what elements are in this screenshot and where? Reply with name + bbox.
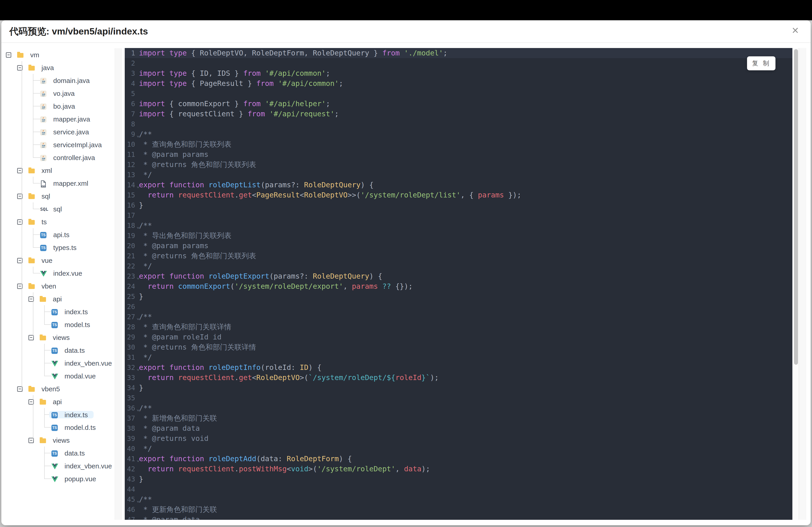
tree-node-label: model.d.ts (64, 424, 96, 431)
code-editor[interactable]: 1import type { RoleDeptVO, RoleDeptForm,… (125, 48, 792, 520)
tree-node-vm[interactable]: vm (1, 48, 39, 61)
tree-indent-guide (33, 395, 33, 440)
tree-node-serviceImpl-java[interactable]: serviceImpl.java (1, 138, 102, 151)
folder-icon (28, 258, 35, 263)
fold-chevron-icon[interactable]: ⌄ (136, 130, 140, 140)
code-line: 24 return commonExport('/system/roleDept… (125, 281, 792, 291)
code-line: 12 * @returns 角色和部门关联列表 (125, 160, 792, 170)
line-number: 27 (125, 312, 135, 322)
line-number: 43 (125, 474, 135, 484)
fold-chevron-icon[interactable]: ⌄ (136, 495, 140, 506)
tree-node-api-ts[interactable]: TSapi.ts (1, 228, 70, 241)
fold-chevron-icon[interactable]: ⌄ (136, 313, 140, 323)
ts-file-icon: TS (52, 348, 58, 354)
tree-node-api[interactable]: api (1, 395, 62, 408)
tree-node-index-vben-vue[interactable]: index_vben.vue (1, 460, 112, 472)
java-file-icon (40, 155, 46, 161)
tree-node-label: mapper.xml (53, 180, 88, 187)
line-number: 15 (125, 190, 135, 200)
tree-node-domain-java[interactable]: domain.java (1, 74, 90, 87)
tree-indent-guide (33, 267, 33, 273)
tree-node-label: popup.vue (64, 475, 96, 483)
copy-button[interactable]: 复 制 (747, 56, 775, 70)
tree-node-xml[interactable]: xml (1, 164, 52, 177)
folder-icon (28, 387, 35, 392)
code-line: 8 (125, 119, 792, 129)
folder-icon (40, 297, 46, 302)
tree-node-data-ts[interactable]: TSdata.ts (1, 344, 85, 357)
tree-node-model-ts[interactable]: TSmodel.ts (1, 318, 90, 331)
collapse-toggle-icon[interactable] (6, 52, 11, 58)
tree-node-service-java[interactable]: service.java (1, 125, 89, 138)
line-number: 16 (125, 200, 135, 210)
tree-node-vben5[interactable]: vben5 (1, 382, 60, 395)
tree-node-label: data.ts (64, 450, 85, 457)
tree-node-modal-vue[interactable]: modal.vue (1, 370, 96, 382)
tree-node-api[interactable]: api (1, 292, 62, 305)
tree-node-vue[interactable]: vue (1, 254, 52, 267)
close-icon[interactable]: × (788, 24, 802, 38)
line-number: 36 (125, 403, 135, 413)
tree-node-label: views (53, 334, 70, 341)
tree-node-index-vue[interactable]: index.vue (1, 267, 82, 280)
vue-file-icon (52, 473, 58, 485)
tree-node-types-ts[interactable]: TStypes.ts (1, 241, 76, 254)
line-number: 10 (125, 139, 135, 149)
fold-chevron-icon[interactable]: ⌄ (136, 181, 140, 191)
tree-node-mapper-xml[interactable]: XMLmapper.xml (1, 177, 88, 190)
tree-node-label: bo.java (53, 103, 75, 110)
ts-file-icon: TS (52, 322, 58, 328)
fold-chevron-icon[interactable]: ⌄ (136, 272, 140, 282)
tree-node-views[interactable]: views (1, 331, 70, 344)
line-number: 46 (125, 505, 135, 515)
tree-node-index-vben-vue[interactable]: index_vben.vue (1, 357, 112, 370)
tree-node-views[interactable]: views (1, 434, 70, 447)
fold-chevron-icon[interactable]: ⌄ (136, 455, 140, 465)
tree-node-vben[interactable]: vben (1, 280, 56, 292)
tree-node-label: index.ts (64, 411, 88, 419)
tree-node-bo-java[interactable]: bo.java (1, 100, 75, 112)
line-number: 21 (125, 251, 135, 261)
code-line: 3import type { ID, IDS } from '#/api/com… (125, 68, 792, 78)
file-tree[interactable]: vmjavadomain.javavo.javabo.javamapper.ja… (1, 48, 114, 520)
code-line: 23⌄export function roleDeptExport(params… (125, 271, 792, 281)
tree-node-data-ts[interactable]: TSdata.ts (1, 447, 85, 460)
tree-node-popup-vue[interactable]: popup.vue (1, 472, 96, 485)
code-line: 28 * 查询角色和部门关联详情 (125, 322, 792, 332)
code-scrollbar-thumb[interactable] (794, 49, 798, 365)
tree-node-index-ts[interactable]: TSindex.ts (1, 408, 93, 421)
java-file-icon (40, 91, 46, 97)
fold-chevron-icon[interactable]: ⌄ (136, 404, 140, 414)
tree-node-sql[interactable]: SQLsql (1, 202, 62, 215)
dialog-title: 代码预览: vm/vben5/api/index.ts (9, 20, 148, 42)
code-line: 20 * @param params (125, 241, 792, 251)
code-line: 26 (125, 302, 792, 312)
line-number: 39 (125, 434, 135, 443)
selected-file-highlight: TSindex.ts (49, 411, 93, 418)
tree-node-controller-java[interactable]: controller.java (1, 151, 95, 164)
tree-node-sql[interactable]: sql (1, 190, 50, 202)
tree-node-label: vm (30, 51, 39, 59)
fold-chevron-icon[interactable]: ⌄ (136, 363, 140, 374)
tree-node-label: api (53, 398, 62, 406)
dialog-header: 代码预览: vm/vben5/api/index.ts × (1, 20, 811, 43)
tree-node-vo-java[interactable]: vo.java (1, 87, 75, 100)
code-line: 13 */ (125, 170, 792, 180)
tree-node-label: vben5 (42, 385, 60, 393)
line-number: 9 (125, 129, 135, 139)
code-line: 17 (125, 210, 792, 221)
tree-node-model-d-ts[interactable]: TSmodel.d.ts (1, 421, 96, 434)
tree-node-java[interactable]: java (1, 61, 54, 74)
fold-chevron-icon[interactable]: ⌄ (136, 221, 140, 231)
tree-node-ts[interactable]: ts (1, 215, 47, 228)
line-number: 24 (125, 281, 135, 291)
tree-node-label: vue (42, 257, 52, 264)
tree-node-label: api (53, 295, 62, 303)
tree-node-label: api.ts (53, 231, 70, 239)
tree-node-mapper-java[interactable]: mapper.java (1, 112, 90, 125)
ts-file-icon: TS (40, 232, 46, 238)
code-line: 37 * 新增角色和部门关联 (125, 413, 792, 423)
code-line: 6import { commonExport } from '#/api/hel… (125, 99, 792, 109)
line-number: 35 (125, 393, 135, 403)
tree-scrollbar-track (115, 48, 122, 520)
